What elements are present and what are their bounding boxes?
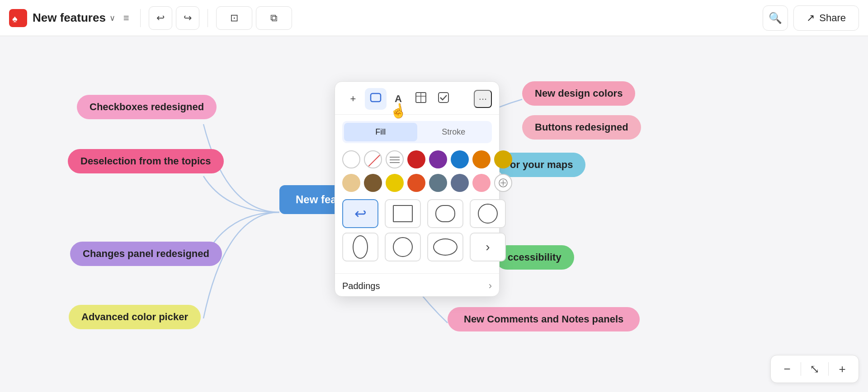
document-title[interactable]: New features <box>33 11 106 25</box>
shape-rounded-rect2-button[interactable] <box>427 199 463 228</box>
share-button[interactable]: ↗ Share <box>793 5 859 31</box>
check-icon <box>438 92 449 106</box>
accessibility-label: ccessibility <box>508 252 561 263</box>
rounded-rect-preview <box>435 205 455 222</box>
zoom-separator2 <box>828 362 829 376</box>
table-tool-button[interactable] <box>410 88 432 110</box>
shapes-row-1: ↩ <box>342 199 492 228</box>
buttons-label: Buttons redesigned <box>535 121 628 133</box>
advanced-node[interactable]: Advanced color picker <box>69 305 201 329</box>
text-icon: A <box>395 93 402 105</box>
accessibility-node[interactable]: ccessibility <box>495 245 574 270</box>
more-options-button[interactable]: ··· <box>474 90 492 108</box>
checkboxes-node[interactable]: Checkboxes redesigned <box>77 95 217 119</box>
swatches-row-2 <box>335 171 499 195</box>
shape-rounded-rect-button[interactable]: ↩ <box>342 199 378 228</box>
svg-rect-1 <box>371 93 381 102</box>
plus-icon: + <box>350 93 356 105</box>
checkboxes-label: Checkboxes redesigned <box>90 101 204 113</box>
title-chevron-icon[interactable]: ∨ <box>109 13 115 23</box>
wide-ellipse-preview <box>433 238 458 256</box>
menu-icon[interactable]: ≡ <box>121 9 132 27</box>
comments-label: New Comments and Notes panels <box>464 313 623 325</box>
ellipsis-icon: ··· <box>479 93 487 105</box>
swatch-yellow[interactable] <box>494 150 512 168</box>
swatch-slate-1[interactable] <box>429 174 447 192</box>
paddings-row[interactable]: Paddings › <box>335 273 499 296</box>
mid-ellipse-preview <box>393 237 413 257</box>
shape-wide-ellipse-button[interactable] <box>427 233 463 261</box>
fill-stroke-tabs: Fill Stroke <box>342 121 492 143</box>
zoom-in-button[interactable]: + <box>832 359 852 379</box>
swatch-more-button[interactable] <box>494 174 512 192</box>
undo-icon: ↩ <box>156 12 165 24</box>
search-icon: 🔍 <box>769 12 782 24</box>
new-design-label: New design colors <box>535 88 623 99</box>
text-tool-button[interactable]: A <box>387 88 409 110</box>
app-logo[interactable]: ♠ <box>9 9 27 27</box>
paddings-chevron-icon: › <box>489 280 492 292</box>
zoom-separator <box>801 362 801 376</box>
swatch-lines[interactable] <box>386 150 404 168</box>
zoom-fit-icon: ⤡ <box>810 362 820 376</box>
swatch-brown[interactable] <box>364 174 382 192</box>
buttons-node[interactable]: Buttons redesigned <box>522 115 641 140</box>
grid-button[interactable]: ⧉ <box>256 6 292 30</box>
changes-label: Changes panel redesigned <box>83 248 209 260</box>
paddings-label: Paddings <box>342 281 380 291</box>
swatch-bright-yellow[interactable] <box>386 174 404 192</box>
share-label: Share <box>819 12 846 24</box>
shape-tool-button[interactable] <box>365 88 387 110</box>
svg-rect-5 <box>439 93 448 103</box>
changes-node[interactable]: Changes panel redesigned <box>70 242 222 266</box>
new-design-node[interactable]: New design colors <box>522 81 635 106</box>
redo-button[interactable]: ↪ <box>176 6 199 30</box>
canvas[interactable]: New features Checkboxes redesigned Desel… <box>0 36 868 392</box>
swatch-slate-2[interactable] <box>451 174 469 192</box>
swatch-empty[interactable] <box>342 150 360 168</box>
fill-tab[interactable]: Fill <box>344 123 417 141</box>
your-maps-label: or your maps <box>510 159 573 171</box>
stroke-tab[interactable]: Stroke <box>417 123 491 141</box>
view-buttons: ⊡ ⧉ <box>216 6 292 30</box>
swatch-light-pink[interactable] <box>472 174 491 192</box>
shape-circle-button[interactable] <box>470 199 506 228</box>
swatch-purple[interactable] <box>429 150 447 168</box>
history-buttons: ↩ ↪ <box>149 6 199 30</box>
swatch-slash[interactable] <box>364 150 382 168</box>
share-icon: ↗ <box>807 12 815 24</box>
swatch-orange[interactable] <box>472 150 491 168</box>
grid-icon: ⧉ <box>270 12 278 24</box>
toolbar-right: 🔍 ↗ Share <box>763 5 859 31</box>
redo-icon: ↪ <box>184 12 192 24</box>
zoom-fit-button[interactable]: ⤡ <box>805 359 825 379</box>
zoom-out-button[interactable]: − <box>777 359 797 379</box>
circle-preview <box>478 204 498 224</box>
advanced-label: Advanced color picker <box>81 311 188 323</box>
shape-tall-ellipse-button[interactable] <box>342 233 378 261</box>
title-group: New features ∨ <box>33 11 115 25</box>
search-button[interactable]: 🔍 <box>763 5 788 31</box>
toolbar-divider <box>140 9 141 27</box>
undo-shape-icon: ↩ <box>354 205 367 222</box>
deselection-node[interactable]: Deselection from the topics <box>68 149 224 173</box>
check-tool-button[interactable] <box>433 88 454 110</box>
comments-node[interactable]: New Comments and Notes panels <box>448 307 640 331</box>
toolbar-divider2 <box>208 9 208 27</box>
color-picker-panel: + A <box>335 81 500 297</box>
swatch-blue[interactable] <box>451 150 469 168</box>
shape-more-arrow-button[interactable]: › <box>470 233 506 261</box>
shape-mid-ellipse-button[interactable] <box>385 233 421 261</box>
shape-icon <box>369 91 382 107</box>
frame-button[interactable]: ⊡ <box>216 6 252 30</box>
sharp-rect-preview <box>393 205 413 222</box>
swatch-tan[interactable] <box>342 174 360 192</box>
swatch-red[interactable] <box>407 150 425 168</box>
swatch-red-orange[interactable] <box>407 174 425 192</box>
tall-ellipse-preview <box>353 235 368 259</box>
shape-sharp-rect-button[interactable] <box>385 199 421 228</box>
frame-icon: ⊡ <box>230 12 238 24</box>
add-tool-button[interactable]: + <box>342 88 364 110</box>
deselection-label: Deselection from the topics <box>80 155 211 167</box>
undo-button[interactable]: ↩ <box>149 6 172 30</box>
